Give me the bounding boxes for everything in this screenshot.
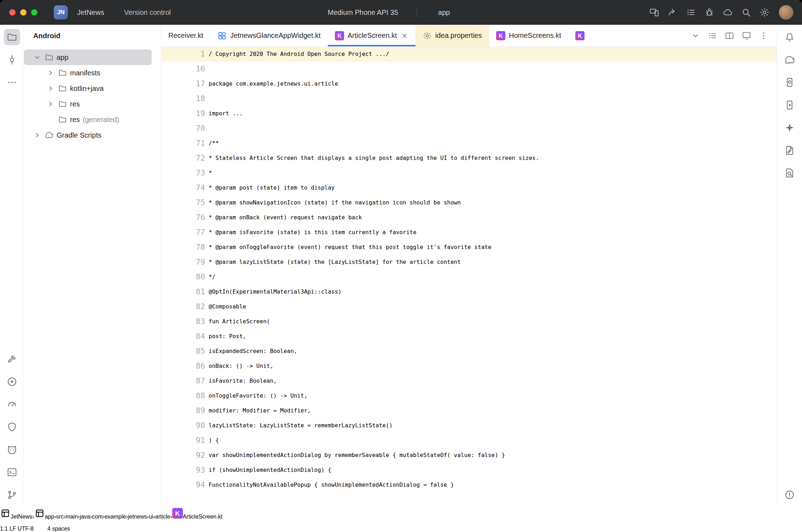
gutter[interactable]: 72 xyxy=(161,151,209,166)
gemini-button[interactable] xyxy=(781,120,798,136)
line-number[interactable]: 74 xyxy=(187,180,205,195)
line-number[interactable]: 17 xyxy=(187,76,205,91)
code-text[interactable]: /** xyxy=(209,136,219,151)
code-text[interactable]: modifier: Modifier = Modifier, xyxy=(209,403,311,418)
line-number[interactable]: 78 xyxy=(187,240,205,255)
line-number[interactable]: 85 xyxy=(187,344,205,359)
gradle-button[interactable] xyxy=(781,52,798,68)
gutter[interactable]: 17 xyxy=(161,76,209,91)
device-selector[interactable]: Medium Phone API 35 xyxy=(310,4,413,21)
project-widget[interactable]: JetNews xyxy=(74,6,119,19)
commit-button[interactable] xyxy=(4,52,20,68)
gutter[interactable]: 85 xyxy=(161,344,209,359)
line-number[interactable]: 1 xyxy=(187,47,205,62)
gutter[interactable]: 79 xyxy=(161,255,209,270)
code-text[interactable]: @Composable xyxy=(209,299,246,314)
code-text[interactable]: * @param post (state) item to display xyxy=(209,180,335,195)
debug-button[interactable] xyxy=(487,5,503,20)
code-text[interactable]: var showUnimplementedActionDialog by rem… xyxy=(209,448,505,463)
code-text[interactable]: @OptIn(ExperimentalMaterial3Api::class) xyxy=(209,284,342,299)
line-number[interactable]: 90 xyxy=(187,418,205,433)
breadcrumb-jetnews[interactable]: JetNews xyxy=(0,508,32,520)
gutter[interactable]: 91 xyxy=(161,433,209,448)
line-number[interactable]: 81 xyxy=(187,284,205,299)
breadcrumb-com[interactable]: com xyxy=(92,514,103,520)
caret-position[interactable]: 1:1 xyxy=(0,526,8,532)
code-text[interactable]: * @param onToggleFavorite (event) reques… xyxy=(209,240,492,255)
gutter[interactable]: 81 xyxy=(161,284,209,299)
code-editor[interactable]: 1/ Copyright 2020 The Android Open Sourc… xyxy=(161,47,777,508)
more-v-button[interactable] xyxy=(756,28,771,43)
logcat-button[interactable] xyxy=(4,441,20,458)
code-area[interactable]: 1/ Copyright 2020 The Android Open Sourc… xyxy=(161,47,777,492)
line-number[interactable]: 72 xyxy=(187,151,205,166)
tab-file[interactable]: K xyxy=(568,25,591,46)
code-text[interactable]: / Copyright 2020 The Android Open Source… xyxy=(209,47,389,62)
tree-item-gradle-scripts[interactable]: Gradle Scripts xyxy=(24,127,152,143)
bell-button[interactable] xyxy=(781,29,798,45)
line-number[interactable]: 92 xyxy=(187,448,205,463)
gutter[interactable]: 74 xyxy=(161,180,209,195)
project-button[interactable] xyxy=(4,29,20,45)
running-devices-button[interactable] xyxy=(781,97,798,113)
profiler-button[interactable] xyxy=(4,396,20,412)
close-tab-icon[interactable] xyxy=(401,32,408,40)
tree-item-res[interactable]: res (generated) xyxy=(24,112,152,127)
gutter[interactable]: 75 xyxy=(161,195,209,210)
line-number[interactable]: 70 xyxy=(187,121,205,136)
line-number[interactable]: 82 xyxy=(187,299,205,314)
gutter[interactable]: 82 xyxy=(161,299,209,314)
tab-jetnewsglanceappwidget-kt[interactable]: JetnewsGlanceAppWidget.kt xyxy=(210,25,328,46)
gutter[interactable]: 94 xyxy=(161,478,209,492)
code-text[interactable]: ) { xyxy=(209,433,219,448)
code-text[interactable]: if (showUnimplementedActionDialog) { xyxy=(209,463,331,478)
tab-homescreens-kt[interactable]: KHomeScreens.kt xyxy=(489,25,568,46)
gutter[interactable]: 92 xyxy=(161,448,209,463)
more-run-actions-button[interactable] xyxy=(506,5,522,20)
breadcrumb-src[interactable]: src xyxy=(56,514,64,520)
line-number[interactable]: 93 xyxy=(187,463,205,478)
line-number[interactable]: 88 xyxy=(187,388,205,403)
zoom-window-button[interactable] xyxy=(31,9,37,16)
list-view-button[interactable] xyxy=(705,28,720,43)
code-text[interactable]: * @param isFavorite (state) is this item… xyxy=(209,225,417,240)
more-button[interactable] xyxy=(4,74,20,91)
search-button[interactable] xyxy=(738,5,754,20)
gutter[interactable]: 93 xyxy=(161,463,209,478)
line-number[interactable]: 80 xyxy=(187,270,205,284)
gutter[interactable]: 76 xyxy=(161,210,209,225)
breadcrumb-articlescreen-kt[interactable]: KArticleScreen.kt xyxy=(172,508,222,520)
line-number[interactable]: 83 xyxy=(187,314,205,329)
code-text[interactable]: package com.example.jetnews.ui.article xyxy=(209,76,338,91)
list-button[interactable] xyxy=(683,5,699,20)
breadcrumb-ui[interactable]: ui xyxy=(149,514,153,520)
code-text[interactable]: * @param lazyListState (state) the [Lazy… xyxy=(209,255,461,270)
terminal-button[interactable] xyxy=(4,464,20,480)
code-text[interactable]: lazyListState: LazyListState = rememberL… xyxy=(209,418,393,433)
edit-doc-button[interactable] xyxy=(781,142,798,158)
gutter[interactable]: 88 xyxy=(161,388,209,403)
gutter[interactable]: 78 xyxy=(161,240,209,255)
code-text[interactable]: import ... xyxy=(209,106,243,121)
line-number[interactable]: 75 xyxy=(187,195,205,210)
run-config-selector[interactable]: app xyxy=(420,4,465,21)
line-separator[interactable]: LF xyxy=(10,526,16,532)
gutter[interactable]: 18 xyxy=(161,91,209,106)
vcs-widget[interactable]: Version control xyxy=(121,6,186,19)
code-text[interactable]: isExpandedScreen: Boolean, xyxy=(209,344,297,359)
gutter[interactable]: 71 xyxy=(161,136,209,151)
highlighting-level[interactable] xyxy=(84,520,94,532)
code-text[interactable]: onBack: () -> Unit, xyxy=(209,359,273,374)
gutter[interactable]: 86 xyxy=(161,359,209,374)
code-text[interactable]: * @param onBack (event) request navigate… xyxy=(209,210,362,225)
device-preview-button[interactable] xyxy=(739,28,754,43)
tree-item-manifests[interactable]: manifests xyxy=(24,65,152,81)
gutter[interactable]: 16 xyxy=(161,62,209,76)
code-text[interactable]: * xyxy=(209,166,212,180)
settings-button[interactable] xyxy=(757,5,772,20)
line-number[interactable]: 16 xyxy=(187,62,205,76)
write-access-toggle[interactable] xyxy=(72,520,82,532)
problems-button[interactable] xyxy=(781,487,798,503)
code-text[interactable]: * @param showNavigationIcon (state) if t… xyxy=(209,195,461,210)
split-editor-button[interactable] xyxy=(722,28,737,43)
